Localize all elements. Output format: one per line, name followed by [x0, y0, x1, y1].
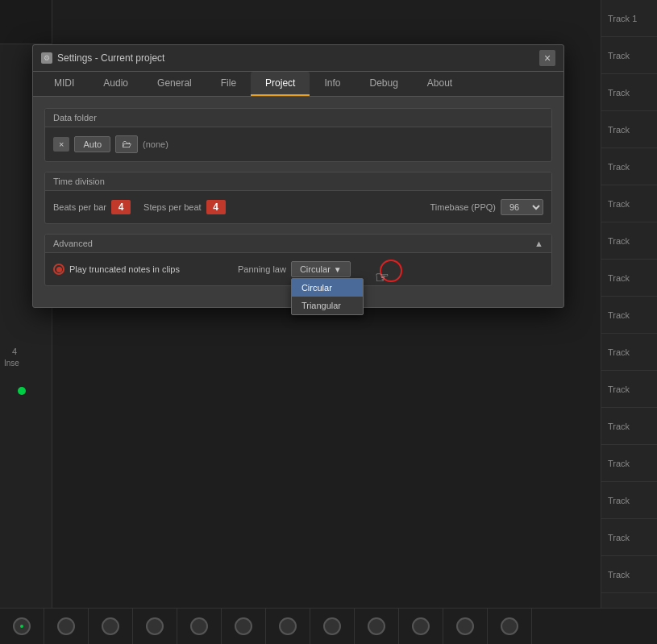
modal-content: Data folder × Auto 🗁 (none) Time divisio… — [33, 97, 563, 307]
auto-button[interactable]: Auto — [74, 136, 110, 152]
knob-5[interactable] — [177, 609, 222, 645]
settings-dialog: ⚙ Settings - Current project × MIDI Audi… — [32, 44, 564, 308]
tab-about[interactable]: About — [413, 72, 467, 96]
steps-per-beat-label: Steps per beat — [143, 202, 202, 212]
knob-1[interactable] — [0, 609, 44, 645]
track-label-14: Track — [601, 482, 657, 519]
panning-dropdown-container: Circular ▼ Circular Triangular — [291, 261, 351, 277]
knob-7[interactable] — [266, 609, 310, 645]
time-division-header: Time division — [45, 172, 551, 191]
tab-general[interactable]: General — [143, 72, 206, 96]
track-number: 4 — [12, 347, 17, 356]
radio-inner — [56, 267, 62, 272]
timebase-select[interactable]: 96 120 192 240 480 960 — [501, 199, 543, 215]
track-label-9: Track — [601, 297, 657, 334]
active-indicator — [18, 387, 26, 395]
track-label-6: Track — [601, 185, 657, 222]
track-label-1: Track 1 — [601, 0, 657, 37]
data-folder-body: × Auto 🗁 (none) — [45, 127, 551, 161]
beats-per-bar-label: Beats per bar — [53, 202, 106, 212]
folder-path: (none) — [143, 139, 168, 149]
time-division-body: Beats per bar 4 Steps per beat 4 Timebas… — [45, 191, 551, 223]
track-label-13: Track — [601, 445, 657, 482]
panning-dropdown-button[interactable]: Circular ▼ — [291, 261, 351, 277]
tab-file[interactable]: File — [206, 72, 251, 96]
beats-per-bar-group: Beats per bar 4 — [53, 200, 131, 214]
advanced-header: Advanced ▲ — [45, 235, 551, 253]
timebase-group: Timebase (PPQ) 96 120 192 240 480 960 — [430, 199, 543, 215]
advanced-body: Play truncated notes in clips Panning la… — [45, 253, 551, 285]
settings-icon: ⚙ — [41, 52, 52, 64]
tab-midi[interactable]: MIDI — [40, 72, 89, 96]
track-label-12: Track — [601, 408, 657, 445]
track-label-5: Track — [601, 148, 657, 185]
panning-current-value: Circular — [300, 264, 331, 274]
modal-title: Settings - Current project — [57, 52, 164, 64]
track-label-4: Track — [601, 111, 657, 148]
advanced-section: Advanced ▲ Play truncated notes in clips… — [44, 234, 552, 286]
track-label-7: Track — [601, 222, 657, 260]
track-label-15: Track — [601, 519, 657, 556]
steps-per-beat-group: Steps per beat 4 — [143, 200, 226, 214]
knob-10[interactable] — [399, 609, 443, 645]
panning-law-label: Panning law — [238, 264, 286, 274]
panning-dropdown-menu: Circular Triangular — [291, 278, 364, 315]
knob-3[interactable] — [89, 609, 133, 645]
tab-debug[interactable]: Debug — [355, 72, 412, 96]
dropdown-arrow-icon: ▼ — [334, 265, 342, 274]
bottom-bar — [0, 608, 657, 644]
beats-per-bar-value[interactable]: 4 — [111, 200, 131, 214]
browse-folder-button[interactable]: 🗁 — [115, 135, 138, 153]
panning-law-group: Panning law Circular ▼ Circular Triangul… — [238, 261, 351, 277]
tab-info[interactable]: Info — [310, 72, 355, 96]
knob-2[interactable] — [44, 609, 89, 645]
track-label-8: Track — [601, 260, 657, 297]
modal-titlebar: ⚙ Settings - Current project × — [33, 45, 563, 72]
close-button[interactable]: × — [539, 50, 555, 66]
steps-per-beat-value[interactable]: 4 — [206, 200, 226, 214]
knob-11[interactable] — [443, 609, 488, 645]
track-label-10: Track — [601, 334, 657, 371]
data-folder-row: × Auto 🗁 (none) — [53, 135, 543, 153]
advanced-label: Advanced — [53, 239, 93, 248]
track-labels: Track 1 Track Track Track Track Track Tr… — [601, 0, 657, 644]
data-folder-header: Data folder — [45, 109, 551, 127]
panning-option-circular[interactable]: Circular — [292, 279, 363, 297]
left-top — [0, 0, 52, 44]
knob-9[interactable] — [355, 609, 399, 645]
knob-8[interactable] — [310, 609, 355, 645]
track-name-left: Inse — [4, 359, 19, 368]
panning-option-triangular[interactable]: Triangular — [292, 297, 363, 314]
knob-4[interactable] — [133, 609, 177, 645]
timebase-label: Timebase (PPQ) — [430, 202, 496, 212]
tab-bar: MIDI Audio General File Project Info Deb… — [33, 72, 563, 97]
track-label-3: Track — [601, 74, 657, 111]
tab-audio[interactable]: Audio — [89, 72, 143, 96]
collapse-icon[interactable]: ▲ — [534, 239, 543, 248]
track-label-11: Track — [601, 371, 657, 408]
knob-6[interactable] — [222, 609, 266, 645]
play-truncated-label: Play truncated notes in clips — [69, 264, 180, 274]
play-truncated-group: Play truncated notes in clips — [53, 264, 180, 275]
time-division-row: Beats per bar 4 Steps per beat 4 Timebas… — [53, 199, 543, 215]
tab-project[interactable]: Project — [251, 72, 310, 96]
clear-folder-button[interactable]: × — [53, 137, 69, 152]
knob-12[interactable] — [488, 609, 532, 645]
play-truncated-radio[interactable] — [53, 264, 64, 275]
time-division-section: Time division Beats per bar 4 Steps per … — [44, 172, 552, 224]
track-label-2: Track — [601, 37, 657, 74]
modal-title-left: ⚙ Settings - Current project — [41, 52, 164, 64]
track-label-16: Track — [601, 556, 657, 593]
data-folder-section: Data folder × Auto 🗁 (none) — [44, 108, 552, 162]
